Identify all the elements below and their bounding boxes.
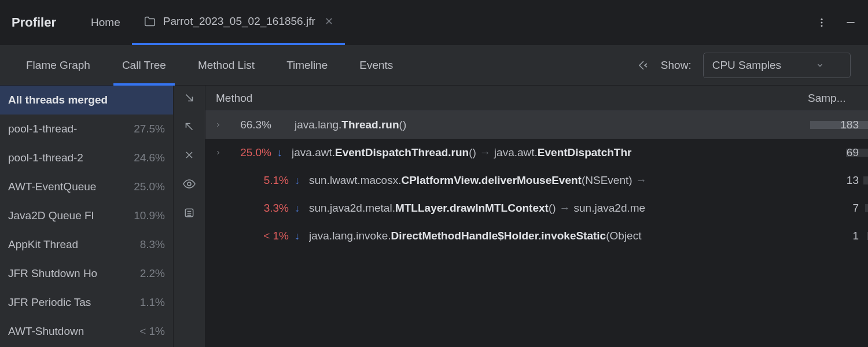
samples-cell: 183 xyxy=(804,119,868,131)
list-icon[interactable] xyxy=(183,207,195,219)
method-text: java.lang.invoke.DirectMethodHandle$Hold… xyxy=(309,230,804,242)
thread-name: AWT-EventQueue xyxy=(8,180,96,193)
thread-row[interactable]: Java2D Queue Fl10.9% xyxy=(0,201,173,230)
tree-rows: 66.3%java.lang.Thread.run()18325.0%↓java… xyxy=(205,111,868,347)
samples-cell: 7 xyxy=(804,202,868,215)
thread-pct: 27.5% xyxy=(134,123,165,135)
more-icon[interactable] xyxy=(816,17,827,28)
icon-gutter xyxy=(174,86,205,347)
svg-point-1 xyxy=(821,21,823,23)
row-pct: < 1% xyxy=(242,230,289,242)
thread-pct: 24.6% xyxy=(134,152,165,164)
svg-point-2 xyxy=(821,25,823,27)
thread-pct: 25.0% xyxy=(134,180,165,193)
method-text: sun.lwawt.macosx.CPlatformView.deliverMo… xyxy=(309,174,804,187)
thread-name: All threads merged xyxy=(8,94,108,106)
subtab-method-list[interactable]: Method List xyxy=(189,45,263,86)
svg-point-0 xyxy=(821,18,823,20)
show-label: Show: xyxy=(661,59,692,72)
profiler-title: Profiler xyxy=(12,15,56,30)
row-pct: 5.1% xyxy=(242,174,289,187)
thread-pct: < 1% xyxy=(139,325,165,338)
recursive-down-icon: ↓ xyxy=(295,230,300,242)
method-text: sun.java2d.metal.MTLLayer.drawInMTLConte… xyxy=(309,202,804,215)
focus-icon[interactable] xyxy=(635,58,649,72)
chevron-down-icon xyxy=(816,61,824,69)
call-tree-row[interactable]: 25.0%↓java.awt.EventDispatchThread.run()… xyxy=(205,139,868,167)
subtab-timeline[interactable]: Timeline xyxy=(278,45,336,86)
recursive-down-icon: ↓ xyxy=(277,147,282,159)
call-tree-row[interactable]: 66.3%java.lang.Thread.run()183 xyxy=(205,111,868,139)
folder-icon xyxy=(144,15,156,28)
method-text: java.lang.Thread.run() xyxy=(295,119,804,131)
top-bar: Profiler Home Parrot_2023_05_02_161856.j… xyxy=(0,0,868,45)
show-select[interactable]: CPU Samples xyxy=(703,53,851,78)
thread-pct: 10.9% xyxy=(134,209,165,222)
clear-icon[interactable] xyxy=(183,149,195,161)
samples-cell: 13 xyxy=(804,174,868,187)
tab-file[interactable]: Parrot_2023_05_02_161856.jfr ✕ xyxy=(132,0,345,45)
thread-name: AWT-Shutdown xyxy=(8,325,84,338)
samples-cell: 69 xyxy=(804,146,868,159)
tree-header: Method Samp... xyxy=(205,86,868,111)
thread-pct: 2.2% xyxy=(140,267,165,280)
thread-name: JFR Periodic Tas xyxy=(8,296,91,309)
show-select-value: CPU Samples xyxy=(712,59,781,72)
thread-pct: 8.3% xyxy=(140,238,165,251)
samples-cell: 1 xyxy=(804,230,868,242)
call-tree-row[interactable]: 3.3%↓sun.java2d.metal.MTLLayer.drawInMTL… xyxy=(205,194,868,222)
thread-row[interactable]: AWT-EventQueue25.0% xyxy=(0,172,173,201)
subtabs-bar: Flame Graph Call Tree Method List Timeli… xyxy=(0,45,868,86)
thread-name: JFR Shutdown Ho xyxy=(8,267,97,280)
row-pct: 66.3% xyxy=(225,119,271,131)
method-text: java.awt.EventDispatchThread.run()→java.… xyxy=(292,146,804,159)
thread-name: Java2D Queue Fl xyxy=(8,209,94,222)
recursive-down-icon: ↓ xyxy=(295,202,300,215)
subtab-flame-graph[interactable]: Flame Graph xyxy=(17,45,99,86)
subtabs-right: Show: CPU Samples xyxy=(635,53,851,78)
row-pct: 25.0% xyxy=(225,146,271,159)
thread-row[interactable]: JFR Shutdown Ho2.2% xyxy=(0,259,173,288)
thread-name: pool-1-thread-2 xyxy=(8,152,83,164)
thread-row[interactable]: AppKit Thread8.3% xyxy=(0,230,173,259)
thread-row[interactable]: pool-1-thread-224.6% xyxy=(0,143,173,172)
thread-name: pool-1-thread- xyxy=(8,123,77,135)
row-pct: 3.3% xyxy=(242,202,289,215)
tree-panel: Method Samp... 66.3%java.lang.Thread.run… xyxy=(205,86,868,347)
recursive-down-icon: ↓ xyxy=(295,175,300,187)
thread-row[interactable]: pool-1-thread-27.5% xyxy=(0,115,173,143)
column-header-samples[interactable]: Samp... xyxy=(804,92,868,105)
call-tree-row[interactable]: < 1%↓java.lang.invoke.DirectMethodHandle… xyxy=(205,222,868,250)
collapse-up-icon[interactable] xyxy=(183,120,196,133)
thread-row[interactable]: AWT-Shutdown< 1% xyxy=(0,317,173,346)
close-icon[interactable]: ✕ xyxy=(325,15,333,28)
call-tree-row[interactable]: 5.1%↓sun.lwawt.macosx.CPlatformView.deli… xyxy=(205,167,868,194)
eye-icon[interactable] xyxy=(182,177,196,191)
tab-file-label: Parrot_2023_05_02_161856.jfr xyxy=(163,15,315,28)
thread-row[interactable]: JFR Periodic Tas1.1% xyxy=(0,288,173,317)
svg-point-4 xyxy=(187,182,191,186)
tab-home[interactable]: Home xyxy=(79,0,132,45)
top-actions xyxy=(816,17,856,28)
thread-name: AppKit Thread xyxy=(8,238,78,251)
minimize-icon[interactable] xyxy=(845,17,856,28)
tab-home-label: Home xyxy=(91,16,120,29)
subtab-events[interactable]: Events xyxy=(351,45,402,86)
subtab-call-tree[interactable]: Call Tree xyxy=(113,45,175,86)
column-header-method[interactable]: Method xyxy=(205,92,804,105)
content: All threads mergedpool-1-thread-27.5%poo… xyxy=(0,86,868,347)
caret-icon[interactable] xyxy=(211,149,225,156)
thread-row[interactable]: All threads merged xyxy=(0,86,173,115)
thread-pct: 1.1% xyxy=(140,296,165,309)
thread-panel: All threads mergedpool-1-thread-27.5%poo… xyxy=(0,86,174,347)
caret-icon[interactable] xyxy=(211,121,225,128)
expand-down-icon[interactable] xyxy=(183,91,196,104)
